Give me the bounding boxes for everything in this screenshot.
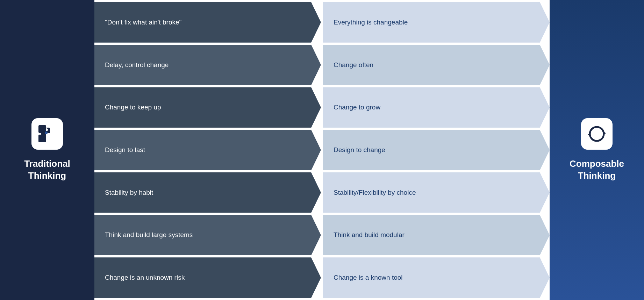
comparison-table: "Don't fix what ain't broke"Everything i… (94, 0, 550, 300)
traditional-item-text: Change is an unknown risk (105, 274, 185, 281)
traditional-item: Design to last (94, 130, 321, 170)
traditional-icon (31, 118, 63, 150)
composable-icon (581, 118, 613, 150)
composable-item: Everything is changeable (323, 2, 550, 43)
comparison-row: Think and build large systemsThink and b… (94, 215, 550, 256)
traditional-item-text: Change to keep up (105, 103, 161, 111)
composable-item-text: Design to change (334, 146, 385, 154)
left-panel-title: TraditionalThinking (24, 158, 70, 182)
composable-item: Change to grow (323, 87, 550, 128)
traditional-item: "Don't fix what ain't broke" (94, 2, 321, 43)
left-panel: TraditionalThinking (0, 0, 94, 300)
traditional-item-text: "Don't fix what ain't broke" (105, 19, 181, 26)
composable-item-text: Everything is changeable (334, 19, 408, 26)
traditional-item: Change to keep up (94, 87, 321, 128)
comparison-row: Change to keep upChange to grow (94, 87, 550, 128)
composable-item: Change often (323, 45, 550, 85)
traditional-item-text: Stability by habit (105, 189, 153, 197)
traditional-item-text: Think and build large systems (105, 231, 193, 239)
composable-item-text: Change often (334, 61, 373, 69)
comparison-row: Delay, control changeChange often (94, 45, 550, 85)
traditional-item: Delay, control change (94, 45, 321, 85)
svg-point-2 (45, 131, 48, 134)
comparison-row: "Don't fix what ain't broke"Everything i… (94, 2, 550, 43)
traditional-item-text: Delay, control change (105, 61, 169, 69)
right-panel-title: ComposableThinking (570, 158, 624, 182)
composable-item: Change is a known tool (323, 257, 550, 298)
composable-item-text: Change is a known tool (334, 274, 403, 281)
right-panel: ComposableThinking (550, 0, 644, 300)
traditional-item: Think and build large systems (94, 215, 321, 256)
traditional-item: Change is an unknown risk (94, 257, 321, 298)
composable-item: Design to change (323, 130, 550, 170)
comparison-row: Design to lastDesign to change (94, 130, 550, 170)
composable-item-text: Change to grow (334, 103, 380, 111)
composable-item-text: Think and build modular (334, 231, 405, 239)
traditional-item-text: Design to last (105, 146, 145, 154)
comparison-row: Change is an unknown riskChange is a kno… (94, 257, 550, 298)
traditional-item: Stability by habit (94, 172, 321, 213)
composable-item: Stability/Flexibility by choice (323, 172, 550, 213)
composable-item: Think and build modular (323, 215, 550, 256)
comparison-row: Stability by habitStability/Flexibility … (94, 172, 550, 213)
composable-item-text: Stability/Flexibility by choice (334, 189, 416, 197)
